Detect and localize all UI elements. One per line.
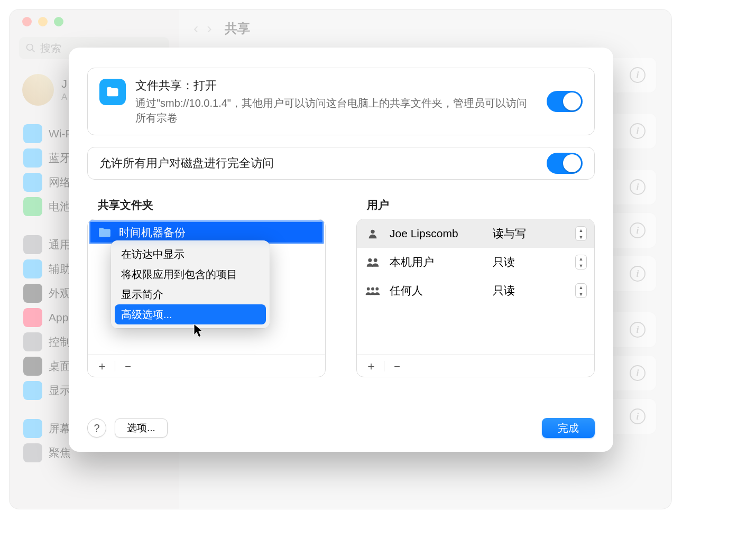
remove-user-button[interactable]: －: [388, 358, 406, 374]
user-name: 本机用户: [390, 255, 484, 269]
shared-folders-toolbar: ＋ －: [88, 355, 325, 377]
options-button[interactable]: 选项...: [115, 418, 168, 438]
svg-point-5: [367, 287, 370, 291]
svg-point-7: [375, 287, 379, 291]
file-sharing-title: 文件共享：打开: [135, 78, 537, 94]
user-icon: [364, 228, 381, 239]
add-folder-button[interactable]: ＋: [93, 358, 111, 374]
permission-stepper[interactable]: ▲▼: [575, 255, 587, 269]
user-name: 任何人: [390, 283, 484, 298]
user-icon: [364, 285, 381, 296]
svg-point-3: [368, 258, 372, 262]
users-list[interactable]: Joe Lipscomb读与写▲▼本机用户只读▲▼任何人只读▲▼ ＋ －: [356, 219, 595, 377]
full-access-label: 允许所有用户对磁盘进行完全访问: [99, 155, 274, 171]
permission-stepper[interactable]: ▲▼: [575, 226, 587, 241]
user-permission: 只读: [493, 283, 567, 298]
full-access-toggle[interactable]: [547, 153, 583, 174]
folder-share-icon: [99, 79, 126, 105]
context-menu-item[interactable]: 高级选项...: [115, 304, 266, 324]
context-menu: 在访达中显示将权限应用到包含的项目显示简介高级选项...: [111, 240, 270, 328]
shared-folder-name: 时间机器备份: [119, 225, 186, 240]
remove-folder-button[interactable]: －: [119, 358, 137, 374]
file-sharing-card: 文件共享：打开 通过"smb://10.0.1.4"，其他用户可以访问这台电脑上…: [87, 68, 595, 135]
user-row[interactable]: Joe Lipscomb读与写▲▼: [357, 219, 594, 248]
user-icon: [364, 257, 381, 267]
svg-point-4: [374, 258, 377, 262]
context-menu-item[interactable]: 在访达中显示: [115, 244, 266, 264]
user-row[interactable]: 本机用户只读▲▼: [357, 248, 594, 276]
users-label: 用户: [367, 198, 595, 212]
done-button[interactable]: 完成: [542, 418, 595, 438]
context-menu-item[interactable]: 将权限应用到包含的项目: [115, 264, 266, 284]
svg-point-6: [371, 287, 374, 291]
context-menu-item[interactable]: 显示简介: [115, 284, 266, 304]
user-row[interactable]: 任何人只读▲▼: [357, 276, 594, 305]
svg-point-2: [371, 230, 374, 234]
user-name: Joe Lipscomb: [390, 227, 484, 240]
shared-folders-label: 共享文件夹: [98, 198, 326, 212]
file-sharing-desc: 通过"smb://10.0.1.4"，其他用户可以访问这台电脑上的共享文件夹，管…: [135, 96, 537, 125]
user-permission: 只读: [493, 255, 567, 269]
help-button[interactable]: ?: [87, 418, 106, 438]
add-user-button[interactable]: ＋: [362, 358, 380, 374]
folder-icon: [98, 227, 112, 238]
full-access-card: 允许所有用户对磁盘进行完全访问: [87, 147, 595, 180]
user-permission: 读与写: [493, 226, 567, 241]
permission-stepper[interactable]: ▲▼: [575, 283, 587, 298]
users-toolbar: ＋ －: [357, 355, 594, 377]
file-sharing-toggle[interactable]: [547, 91, 583, 112]
